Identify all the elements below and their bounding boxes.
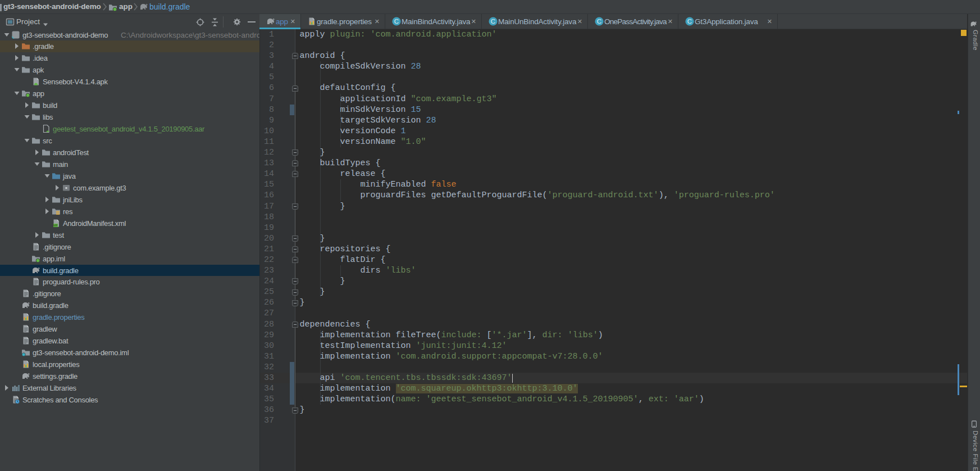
svg-text:C: C bbox=[687, 18, 692, 25]
svg-text:MF: MF bbox=[53, 224, 58, 227]
svg-text:C: C bbox=[491, 18, 495, 25]
svg-text:C: C bbox=[394, 18, 399, 25]
svg-text:C: C bbox=[597, 18, 601, 25]
